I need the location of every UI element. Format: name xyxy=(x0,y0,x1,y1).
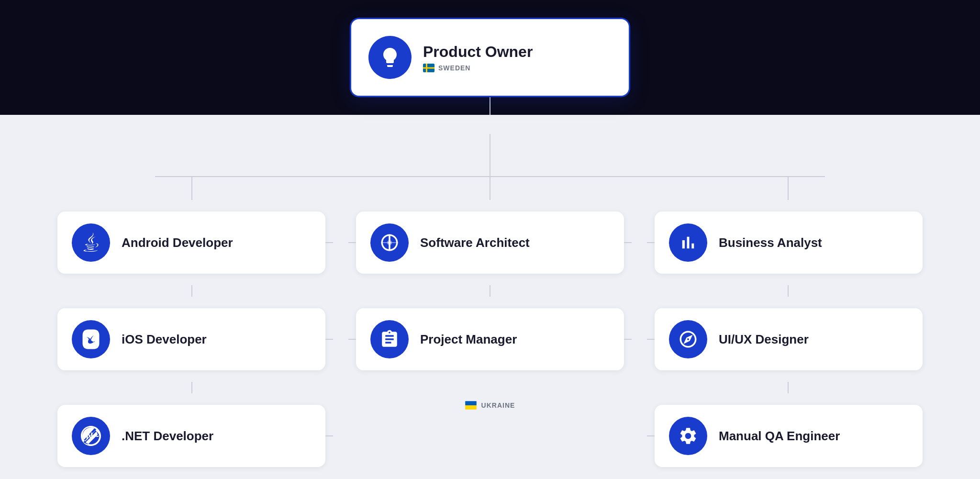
qa-left-notch xyxy=(647,435,655,436)
qa-icon-circle xyxy=(669,417,707,455)
root-card-title: Product Owner xyxy=(423,43,533,61)
svg-rect-3 xyxy=(423,67,434,68)
android-icon-circle xyxy=(72,223,110,262)
designer-left-notch xyxy=(647,339,655,340)
svg-point-0 xyxy=(388,52,392,57)
ios-card[interactable]: iOS Developer xyxy=(57,308,325,370)
android-card[interactable]: Android Developer xyxy=(57,212,325,274)
ios-icon-circle xyxy=(72,320,110,358)
left-column: Android Developer iOS Developer xyxy=(57,176,335,467)
top-section: Product Owner SWEDEN xyxy=(0,0,980,115)
net-card[interactable]: N~ .NET Developer xyxy=(57,405,325,467)
svg-rect-10 xyxy=(465,405,477,410)
analyst-icon-circle xyxy=(669,223,707,262)
ios-card-title: iOS Developer xyxy=(122,332,207,347)
ukraine-label: UKRAINE xyxy=(481,401,515,409)
right-col-mid-connector1 xyxy=(788,285,789,297)
analyst-left-notch xyxy=(647,242,655,243)
root-card[interactable]: Product Owner SWEDEN xyxy=(351,19,629,96)
columns-container: Android Developer iOS Developer xyxy=(29,176,951,467)
right-column: Business Analyst UI/UX Designer xyxy=(645,176,923,467)
right-col-mid-connector2 xyxy=(788,382,789,393)
left-col-top-connector xyxy=(191,176,192,200)
manager-left-notch xyxy=(348,339,356,340)
qa-card-title: Manual QA Engineer xyxy=(719,429,840,444)
designer-card[interactable]: UI/UX Designer xyxy=(655,308,923,370)
lightbulb-icon xyxy=(379,46,401,69)
android-right-notch xyxy=(325,242,333,243)
left-col-mid-connector2 xyxy=(191,382,192,393)
right-col-top-connector xyxy=(788,176,789,200)
net-right-notch xyxy=(325,435,333,436)
compass-icon xyxy=(678,329,698,349)
manager-card[interactable]: Project Manager xyxy=(356,308,624,370)
net-icon-circle: N~ xyxy=(72,417,110,455)
manager-icon-circle xyxy=(370,320,409,358)
ukraine-flag-icon xyxy=(465,401,477,410)
architect-icon-circle xyxy=(370,223,409,262)
java-icon xyxy=(81,233,101,253)
manager-right-notch xyxy=(624,339,632,340)
network-icon xyxy=(379,233,400,253)
left-col-mid-connector1 xyxy=(191,285,192,297)
net-card-title: .NET Developer xyxy=(122,429,213,444)
analyst-card-title: Business Analyst xyxy=(719,235,822,250)
bottom-section: Android Developer iOS Developer xyxy=(0,115,980,479)
clipboard-icon xyxy=(379,329,400,349)
architect-card-title: Software Architect xyxy=(420,235,530,250)
svg-rect-9 xyxy=(465,401,477,405)
swift-icon xyxy=(81,329,101,349)
root-card-text: Product Owner SWEDEN xyxy=(423,43,533,72)
center-col-top-connector xyxy=(490,176,490,200)
center-column: Software Architect Project Manager xyxy=(351,176,629,467)
svg-text:N~: N~ xyxy=(86,430,99,441)
root-card-subtitle: SWEDEN xyxy=(423,64,533,72)
net-icon: N~ xyxy=(81,426,101,446)
ukraine-container: UKRAINE xyxy=(465,401,515,410)
center-col-mid-connector xyxy=(490,285,490,297)
designer-card-title: UI/UX Designer xyxy=(719,332,809,347)
org-layout: Android Developer iOS Developer xyxy=(29,134,951,460)
qa-card[interactable]: Manual QA Engineer xyxy=(655,405,923,467)
sweden-flag-icon xyxy=(423,64,434,72)
analyst-card[interactable]: Business Analyst xyxy=(655,212,923,274)
designer-icon-circle xyxy=(669,320,707,358)
architect-card[interactable]: Software Architect xyxy=(356,212,624,274)
manager-card-title: Project Manager xyxy=(420,332,517,347)
sweden-label: SWEDEN xyxy=(438,64,470,72)
chart-icon xyxy=(678,233,698,253)
architect-left-notch xyxy=(348,242,356,243)
architect-right-notch xyxy=(624,242,632,243)
main-vertical-connector xyxy=(490,134,490,177)
gear-icon xyxy=(678,426,698,446)
ios-right-notch xyxy=(325,339,333,340)
android-card-title: Android Developer xyxy=(122,235,233,250)
lightbulb-icon-circle xyxy=(368,36,412,79)
